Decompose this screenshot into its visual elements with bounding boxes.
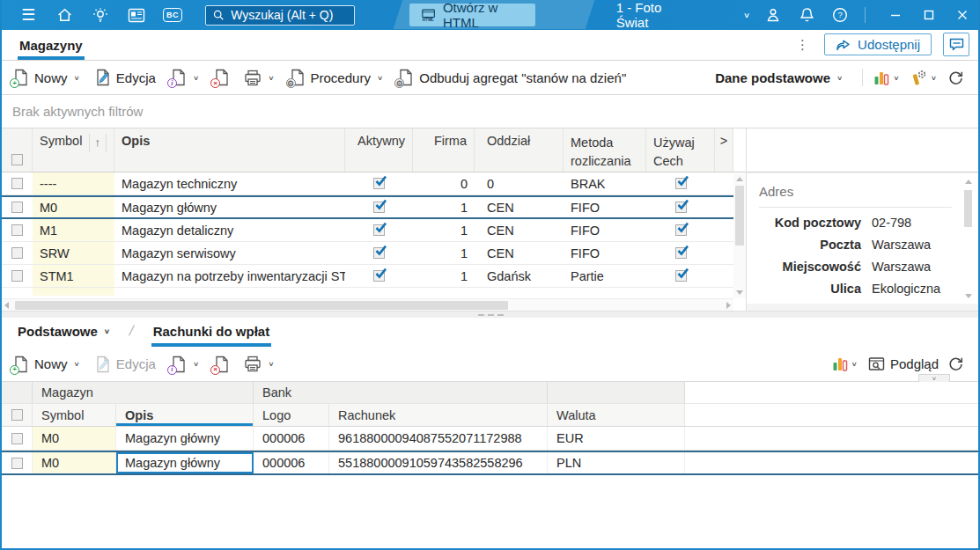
cell-logo[interactable]: 000006 (254, 452, 329, 473)
column-header-firma[interactable]: Firma (413, 128, 475, 172)
tab-magazyny[interactable]: Magazyny (18, 33, 85, 60)
share-button[interactable]: Udostępnij (824, 33, 932, 55)
preview-button[interactable]: Podgląd (868, 356, 939, 372)
cell-oddzial[interactable]: CEN (475, 219, 564, 241)
company-selector[interactable]: 1 - Foto Świat ∨ (616, 0, 750, 30)
row-checkbox[interactable] (11, 458, 23, 469)
cell-metoda[interactable]: FIFO (564, 197, 646, 217)
cell-metoda[interactable]: FIFO (564, 219, 646, 241)
business-central-icon[interactable]: BC (162, 4, 183, 26)
info-document-button[interactable]: i ∨ (170, 356, 199, 373)
cell-waluta[interactable]: PLN (548, 452, 685, 473)
cell-oddzial[interactable]: CEN (475, 197, 564, 217)
row-select-cell[interactable] (2, 452, 33, 473)
cell-opis[interactable]: Magazyn główny (114, 197, 345, 217)
smart-settings-button[interactable]: ∨ (910, 70, 937, 86)
cell-uzywaj-cech[interactable] (646, 219, 715, 241)
cell-aktywny[interactable] (345, 265, 413, 287)
cell-symbol[interactable]: M1 (33, 219, 114, 241)
splitter-grip[interactable] (478, 314, 504, 316)
row-select-cell[interactable] (2, 197, 33, 217)
column-header-aktywny[interactable]: Aktywny (345, 128, 413, 172)
cell-metoda[interactable]: FIFO (564, 242, 646, 264)
cell-expander[interactable] (715, 219, 733, 241)
search-box[interactable] (205, 5, 355, 26)
chat-button[interactable] (943, 33, 969, 56)
cell-aktywny[interactable] (345, 172, 413, 194)
scroll-up-arrow[interactable] (965, 180, 972, 184)
cell-expander[interactable] (715, 172, 733, 194)
scroll-down-arrow[interactable] (736, 290, 743, 295)
edit-button[interactable]: Edycja (94, 69, 156, 86)
row-select-cell[interactable] (2, 219, 33, 241)
cell-metoda[interactable]: Partie (564, 265, 646, 287)
table-row[interactable]: M1Magazyn detaliczny1CENFIFO (2, 219, 733, 242)
row-select-cell[interactable] (2, 427, 33, 450)
cell-opis[interactable]: Magazyn główny (116, 427, 254, 450)
row-checkbox[interactable] (11, 433, 23, 444)
uzywaj-cech-checkbox[interactable] (675, 178, 687, 189)
home-icon[interactable] (54, 4, 75, 26)
table-row[interactable]: ----Magazyn techniczny00BRAK (2, 172, 733, 195)
cell-symbol[interactable]: ---- (33, 172, 114, 194)
table-row[interactable]: M0Magazyn główny1CENFIFO (2, 195, 733, 219)
edit-button-disabled[interactable]: Edycja (94, 356, 156, 373)
minimize-button[interactable] (885, 4, 906, 26)
open-in-html-button[interactable]: HTML Otwórz w HTML (409, 4, 535, 26)
cell-symbol[interactable]: M0 (33, 427, 116, 450)
sort-ascending-icon[interactable]: ↑ (89, 134, 107, 152)
uzywaj-cech-checkbox[interactable] (675, 224, 687, 236)
scroll-thumb[interactable] (15, 301, 508, 310)
analyze-chart-button[interactable]: ∨ (873, 70, 899, 85)
table-row[interactable]: STM1Magazyn na potrzeby inwentaryzacji S… (2, 265, 733, 288)
expand-column-header[interactable]: > (715, 128, 733, 172)
select-all-checkbox[interactable] (11, 409, 23, 421)
row-checkbox[interactable] (11, 224, 23, 236)
analyze-chart-button[interactable]: ∨ (832, 356, 858, 371)
cell-expander[interactable] (715, 265, 733, 287)
new-button[interactable]: + Nowy ∨ (12, 69, 80, 86)
column-header-opis[interactable]: Opis (116, 404, 254, 426)
table-row[interactable]: M0Magazyn główny000006551880000910597435… (2, 451, 978, 475)
cell-uzywaj-cech[interactable] (646, 172, 715, 194)
scroll-thumb[interactable] (964, 190, 972, 227)
close-button[interactable] (952, 4, 973, 26)
cell-firma[interactable]: 1 (413, 219, 475, 241)
cell-expander[interactable] (715, 242, 733, 264)
more-options-kebab-icon[interactable]: ⋮ (792, 37, 813, 53)
column-header-rachunek[interactable]: Rachunek (329, 404, 548, 426)
column-header-opis[interactable]: Opis (114, 128, 345, 172)
scroll-left-arrow[interactable] (4, 302, 9, 309)
select-all-checkbox[interactable] (11, 154, 23, 165)
row-checkbox[interactable] (11, 202, 23, 213)
news-icon[interactable] (126, 4, 147, 26)
cell-symbol[interactable]: M0 (33, 452, 116, 473)
print-button[interactable]: ∨ (244, 70, 274, 86)
collapse-panel-button[interactable]: ∨ (918, 374, 950, 382)
menu-icon[interactable]: ☰ (18, 4, 39, 26)
cell-firma[interactable]: 1 (413, 242, 475, 264)
new-button[interactable]: + Nowy ∨ (12, 356, 80, 373)
row-checkbox[interactable] (11, 270, 23, 282)
cell-aktywny[interactable] (345, 197, 413, 217)
scroll-up-arrow[interactable] (736, 177, 743, 181)
uzywaj-cech-checkbox[interactable] (675, 202, 687, 213)
cell-firma[interactable]: 1 (413, 197, 475, 217)
scroll-right-arrow[interactable] (726, 302, 731, 309)
cell-opis[interactable]: Magazyn detaliczny (114, 219, 345, 241)
cell-opis[interactable]: Magazyn techniczny (114, 172, 345, 194)
row-checkbox[interactable] (11, 178, 23, 189)
cell-firma[interactable]: 1 (413, 265, 475, 287)
aktywny-checkbox[interactable] (373, 247, 385, 259)
uzywaj-cech-checkbox[interactable] (675, 247, 687, 259)
cell-metoda[interactable]: BRAK (564, 172, 646, 194)
aktywny-checkbox[interactable] (373, 202, 385, 213)
cell-rachunek[interactable]: 55188000091059743582558296 (329, 452, 548, 473)
rebuild-aggregate-button[interactable]: ⚙ Odbuduj agregat "stanów na dzień" (397, 69, 626, 86)
header-select-all-cell[interactable] (2, 128, 33, 172)
cell-opis[interactable]: Magazyn główny (116, 452, 254, 473)
scroll-thumb[interactable] (735, 186, 744, 246)
factbox-scrollbar[interactable] (963, 180, 974, 298)
row-checkbox[interactable] (11, 247, 23, 259)
uzywaj-cech-checkbox[interactable] (675, 270, 687, 282)
